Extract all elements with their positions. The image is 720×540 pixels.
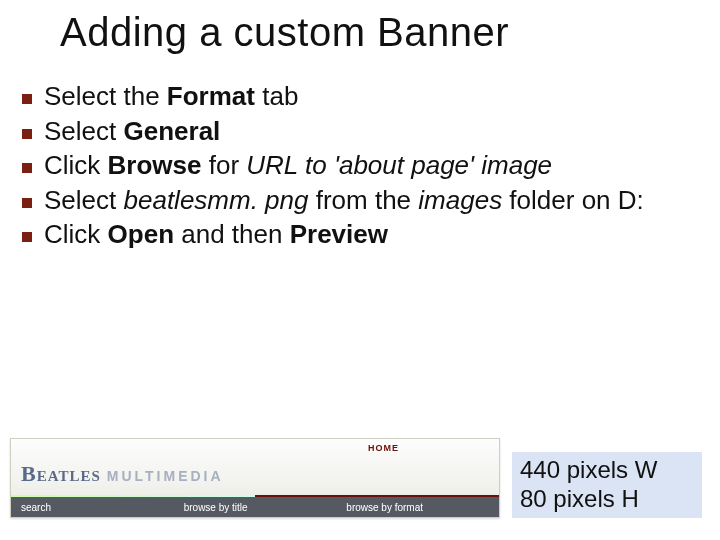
text-italic: images [418,185,502,215]
bullet-icon [22,129,32,139]
nav-item: search [11,502,174,513]
slide-title: Adding a custom Banner [60,10,680,55]
text: for [201,150,246,180]
text-bold: Open [108,219,174,249]
text: folder on D: [502,185,644,215]
bullet-list: Select the Format tab Select General Cli… [22,80,690,253]
home-link: HOME [368,443,399,453]
logo: Beatles multimedia [21,461,224,487]
list-item: Select the Format tab [22,80,690,113]
text: Click [44,150,108,180]
dimensions-label: 440 pixels W 80 pixels H [512,452,702,518]
text-italic: beatlesmm. png [124,185,309,215]
banner-preview: HOME Beatles multimedia search browse by… [10,438,500,518]
bullet-icon [22,94,32,104]
width-label: 440 pixels W [520,456,694,485]
text: Select [44,185,124,215]
text: from the [308,185,418,215]
list-item: Click Open and then Preview [22,218,690,251]
slide: Adding a custom Banner Select the Format… [0,0,720,540]
list-item: Click Browse for URL to 'about page' ima… [22,149,690,182]
text-bold: Preview [290,219,388,249]
list-item: Select beatlesmm. png from the images fo… [22,184,690,217]
text: Select [44,116,124,146]
text: tab [255,81,298,111]
nav-item: browse by title [174,502,337,513]
text-bold: Format [167,81,255,111]
nav-item: browse by format [336,502,499,513]
bullet-icon [22,232,32,242]
text-bold: General [124,116,221,146]
text-bold: Browse [108,150,202,180]
text: and then [174,219,290,249]
bullet-icon [22,163,32,173]
banner-nav: search browse by title browse by format [11,497,499,517]
logo-text-a: Beatles [21,461,101,487]
text: Click [44,219,108,249]
logo-text-b: multimedia [107,468,224,484]
text-italic: URL to 'about page' image [246,150,552,180]
bullet-icon [22,198,32,208]
text: Select the [44,81,167,111]
height-label: 80 pixels H [520,485,694,514]
list-item: Select General [22,115,690,148]
